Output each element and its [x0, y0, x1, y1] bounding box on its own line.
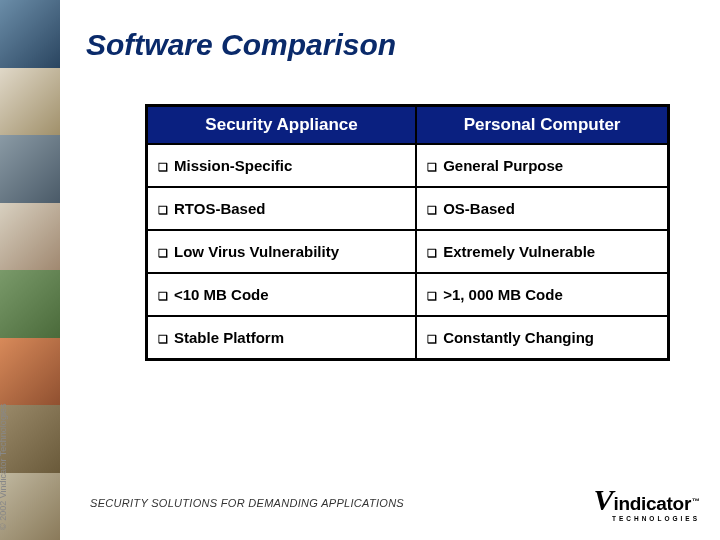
bullet-icon: [158, 204, 168, 217]
table-cell: Stable Platform: [147, 316, 417, 360]
logo-letter: V: [593, 483, 613, 516]
table-row: Mission-Specific General Purpose: [147, 144, 669, 187]
copyright-text: © 2002 Vindicator Technologies: [0, 404, 8, 530]
bullet-icon: [427, 204, 437, 217]
sidebar-image: [0, 203, 60, 271]
table-cell: OS-Based: [416, 187, 668, 230]
cell-text: OS-Based: [443, 200, 515, 217]
cell-text: Low Virus Vulnerability: [174, 243, 339, 260]
comparison-table: Security Appliance Personal Computer Mis…: [145, 104, 670, 361]
footer-tagline: SECURITY SOLUTIONS FOR DEMANDING APPLICA…: [90, 497, 404, 509]
cell-text: Stable Platform: [174, 329, 284, 346]
cell-text: Extremely Vulnerable: [443, 243, 595, 260]
sidebar-image: [0, 68, 60, 136]
table-header-left: Security Appliance: [147, 106, 417, 145]
bullet-icon: [427, 247, 437, 260]
table-cell: Extremely Vulnerable: [416, 230, 668, 273]
cell-text: >1, 000 MB Code: [443, 286, 563, 303]
cell-text: Mission-Specific: [174, 157, 292, 174]
logo-text: indicator: [613, 493, 691, 514]
bullet-icon: [427, 161, 437, 174]
cell-text: <10 MB Code: [174, 286, 269, 303]
bullet-icon: [427, 333, 437, 346]
sidebar-image: [0, 270, 60, 338]
bullet-icon: [158, 161, 168, 174]
table-row: <10 MB Code >1, 000 MB Code: [147, 273, 669, 316]
table-cell: <10 MB Code: [147, 273, 417, 316]
table-cell: Constantly Changing: [416, 316, 668, 360]
table-cell: RTOS-Based: [147, 187, 417, 230]
sidebar-image: [0, 0, 60, 68]
company-logo: Vindicator™ TECHNOLOGIES: [593, 483, 700, 522]
cell-text: Constantly Changing: [443, 329, 594, 346]
sidebar-image: [0, 473, 60, 541]
table-cell: General Purpose: [416, 144, 668, 187]
logo-subtext: TECHNOLOGIES: [593, 515, 700, 522]
table-cell: Mission-Specific: [147, 144, 417, 187]
cell-text: RTOS-Based: [174, 200, 265, 217]
comparison-table-wrap: Security Appliance Personal Computer Mis…: [145, 104, 670, 361]
main-content: Software Comparison Security Appliance P…: [70, 0, 720, 361]
cell-text: General Purpose: [443, 157, 563, 174]
image-sidebar: [0, 0, 60, 540]
logo-tm: ™: [692, 497, 700, 506]
bullet-icon: [427, 290, 437, 303]
page-title: Software Comparison: [86, 28, 720, 62]
table-header-right: Personal Computer: [416, 106, 668, 145]
table-cell: >1, 000 MB Code: [416, 273, 668, 316]
sidebar-image: [0, 338, 60, 406]
table-row: Low Virus Vulnerability Extremely Vulner…: [147, 230, 669, 273]
bullet-icon: [158, 333, 168, 346]
table-cell: Low Virus Vulnerability: [147, 230, 417, 273]
sidebar-image: [0, 135, 60, 203]
table-row: Stable Platform Constantly Changing: [147, 316, 669, 360]
table-row: RTOS-Based OS-Based: [147, 187, 669, 230]
bullet-icon: [158, 290, 168, 303]
sidebar-image: [0, 405, 60, 473]
footer: SECURITY SOLUTIONS FOR DEMANDING APPLICA…: [90, 483, 700, 522]
bullet-icon: [158, 247, 168, 260]
